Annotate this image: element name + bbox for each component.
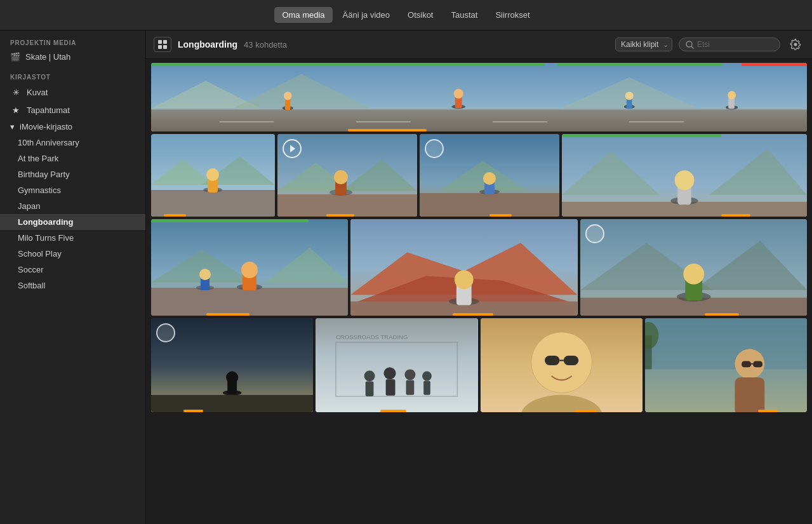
- svg-rect-105: [735, 377, 764, 412]
- svg-point-27: [728, 91, 736, 99]
- clip-item[interactable]: [151, 63, 807, 131]
- svg-point-24: [625, 91, 634, 100]
- clip-bottom-bar: [350, 313, 578, 316]
- clip-item[interactable]: [151, 134, 275, 217]
- svg-rect-38: [277, 194, 417, 217]
- tab-otsikot[interactable]: Otsikot: [400, 7, 441, 23]
- svg-point-91: [405, 369, 416, 380]
- sidebar-project-skate-utah[interactable]: 🎬 Skate | Utah: [0, 49, 145, 65]
- clip-icon-circle: [156, 323, 175, 342]
- clip-thumbnail-svg: [580, 219, 808, 316]
- top-toolbar: Oma media Ääni ja video Otsikot Taustat …: [0, 0, 812, 30]
- clip-item[interactable]: [645, 318, 807, 412]
- svg-point-71: [455, 270, 474, 289]
- settings-button[interactable]: [787, 36, 804, 53]
- imovie-library-label: iMovie-kirjasto: [20, 122, 72, 131]
- photos-icon: ✳: [10, 86, 22, 98]
- tab-oma-media[interactable]: Oma media: [274, 7, 332, 23]
- sidebar-item-imovie-library[interactable]: ▾ iMovie-kirjasto: [0, 119, 145, 135]
- tab-siirrokset[interactable]: Siirrokset: [488, 7, 537, 23]
- svg-point-64: [199, 269, 211, 280]
- svg-rect-11: [151, 109, 807, 131]
- sidebar-item-longboarding[interactable]: Longboarding: [0, 214, 145, 230]
- clip-progress-bar: [151, 219, 348, 222]
- clip-item[interactable]: [580, 219, 808, 316]
- clip-thumbnail-svg: [645, 318, 807, 412]
- sidebar-item-at-the-park[interactable]: At the Park: [0, 151, 145, 166]
- tab-taustat[interactable]: Taustat: [444, 7, 486, 23]
- grid-icon: [157, 39, 168, 50]
- svg-point-78: [683, 264, 704, 285]
- clip-bottom-bar: [151, 313, 348, 316]
- grid-toggle-button[interactable]: [154, 37, 171, 52]
- chevron-down-icon: ▾: [10, 122, 15, 131]
- svg-point-21: [454, 89, 463, 98]
- sidebar-item-milo-turns-five[interactable]: Milo Turns Five: [0, 230, 145, 246]
- clip-item[interactable]: CROSSROADS TRADING: [316, 318, 477, 412]
- clip-item[interactable]: [420, 134, 559, 217]
- svg-point-41: [334, 170, 348, 184]
- sidebar-item-soccer[interactable]: Soccer: [0, 262, 145, 278]
- content-area: Longboarding 43 kohdetta Kaikki klipit: [146, 30, 812, 524]
- main-area: PROJEKTIN MEDIA 🎬 Skate | Utah KIRJASTOT…: [0, 30, 812, 524]
- svg-rect-1: [163, 40, 167, 44]
- clip-row-1: [151, 63, 807, 131]
- clip-grid: CROSSROADS TRADING: [146, 59, 812, 524]
- search-icon: [686, 41, 694, 49]
- svg-point-18: [284, 91, 292, 100]
- clip-bottom-bar: [562, 214, 807, 217]
- filter-select-wrap: Kaikki klipit: [615, 37, 672, 51]
- clip-item[interactable]: [151, 318, 313, 412]
- clip-bottom-bar: [580, 313, 808, 316]
- search-input[interactable]: [697, 40, 773, 49]
- svg-point-89: [384, 367, 396, 379]
- svg-rect-88: [366, 382, 374, 396]
- svg-point-6: [794, 43, 797, 46]
- tab-aani-ja-video[interactable]: Ääni ja video: [335, 7, 397, 23]
- svg-rect-107: [753, 361, 762, 368]
- kuvat-label: Kuvat: [27, 88, 48, 97]
- clip-bottom-bar: [420, 214, 559, 217]
- svg-point-61: [241, 262, 258, 278]
- clip-thumbnail-svg: [562, 134, 807, 217]
- svg-point-96: [531, 332, 592, 393]
- svg-line-5: [691, 46, 694, 49]
- sidebar-item-gymnastics[interactable]: Gymnastics: [0, 182, 145, 198]
- clip-thumbnail-svg: [350, 219, 578, 316]
- sidebar-item-10th-anniversary[interactable]: 10th Anniversary: [0, 135, 145, 151]
- clip-item[interactable]: [151, 219, 348, 316]
- svg-point-4: [686, 41, 692, 47]
- tapahtumat-label: Tapahtumat: [27, 105, 70, 115]
- search-bar: [679, 37, 780, 51]
- svg-rect-94: [423, 380, 430, 394]
- clip-bottom-bar: [645, 410, 807, 412]
- projektin-media-header: PROJEKTIN MEDIA: [0, 30, 145, 49]
- svg-rect-0: [158, 40, 162, 44]
- clip-bottom-bar: [481, 410, 642, 412]
- sidebar-item-birthday-party[interactable]: Birthday Party: [0, 166, 145, 182]
- content-title: Longboarding: [178, 39, 237, 50]
- clip-thumbnail-svg: [151, 134, 275, 217]
- clip-item[interactable]: [562, 134, 807, 217]
- svg-rect-99: [563, 356, 578, 365]
- clip-item[interactable]: [350, 219, 578, 316]
- svg-point-47: [483, 172, 496, 185]
- svg-point-82: [226, 372, 238, 384]
- settings-icon: [790, 39, 801, 50]
- sidebar-item-school-play[interactable]: School Play: [0, 246, 145, 262]
- svg-rect-98: [545, 356, 559, 365]
- sidebar-item-japan[interactable]: Japan: [0, 198, 145, 214]
- svg-rect-2: [158, 45, 162, 49]
- clip-row-4: CROSSROADS TRADING: [151, 318, 807, 412]
- svg-rect-58: [151, 288, 348, 316]
- clip-item[interactable]: [277, 134, 417, 217]
- filter-select[interactable]: Kaikki klipit: [615, 37, 672, 51]
- sidebar-item-tapahtumat[interactable]: ★ Tapahtumat: [0, 101, 145, 119]
- sidebar-item-softball[interactable]: Softball: [0, 278, 145, 293]
- clip-progress-bar: [151, 63, 807, 66]
- clip-item[interactable]: [481, 318, 642, 412]
- content-header: Longboarding 43 kohdetta Kaikki klipit: [146, 30, 812, 59]
- sidebar-item-kuvat[interactable]: ✳ Kuvat: [0, 83, 145, 101]
- svg-point-54: [675, 170, 695, 190]
- svg-point-87: [364, 371, 375, 382]
